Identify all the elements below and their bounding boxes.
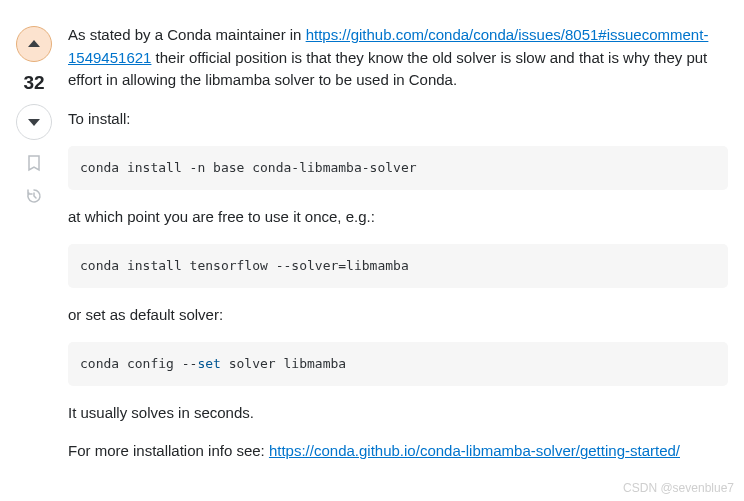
code3-pre: conda config -- xyxy=(80,356,197,371)
intro-prefix-text: As stated by a Conda maintainer in xyxy=(68,26,306,43)
code-block-config: conda config --set solver libmamba xyxy=(68,342,728,386)
answer-content: As stated by a Conda maintainer in https… xyxy=(68,24,728,479)
vote-score: 32 xyxy=(23,72,44,94)
answer-post: 32 As stated by a Conda maintainer in ht… xyxy=(0,8,744,495)
history-icon xyxy=(25,187,43,205)
code3-post: solver libmamba xyxy=(221,356,346,371)
code-block-install: conda install -n base conda-libmamba-sol… xyxy=(68,146,728,190)
arrow-up-icon xyxy=(26,36,42,52)
solves-text: It usually solves in seconds. xyxy=(68,402,728,425)
bookmark-icon xyxy=(25,154,43,172)
more-info-paragraph: For more installation info see: https://… xyxy=(68,440,728,463)
docs-link[interactable]: https://conda.github.io/conda-libmamba-s… xyxy=(269,442,680,459)
upvote-button[interactable] xyxy=(16,26,52,62)
history-button[interactable] xyxy=(25,187,43,208)
vote-column: 32 xyxy=(16,24,52,479)
bookmark-button[interactable] xyxy=(25,154,43,175)
intro-suffix-text: their official position is that they kno… xyxy=(68,49,707,89)
code-block-solver: conda install tensorflow --solver=libmam… xyxy=(68,244,728,288)
use-once-text: at which point you are free to use it on… xyxy=(68,206,728,229)
more-info-prefix: For more installation info see: xyxy=(68,442,269,459)
downvote-button[interactable] xyxy=(16,104,52,140)
arrow-down-icon xyxy=(26,114,42,130)
intro-paragraph: As stated by a Conda maintainer in https… xyxy=(68,24,728,92)
or-default-text: or set as default solver: xyxy=(68,304,728,327)
code3-keyword: set xyxy=(197,356,220,371)
to-install-text: To install: xyxy=(68,108,728,131)
